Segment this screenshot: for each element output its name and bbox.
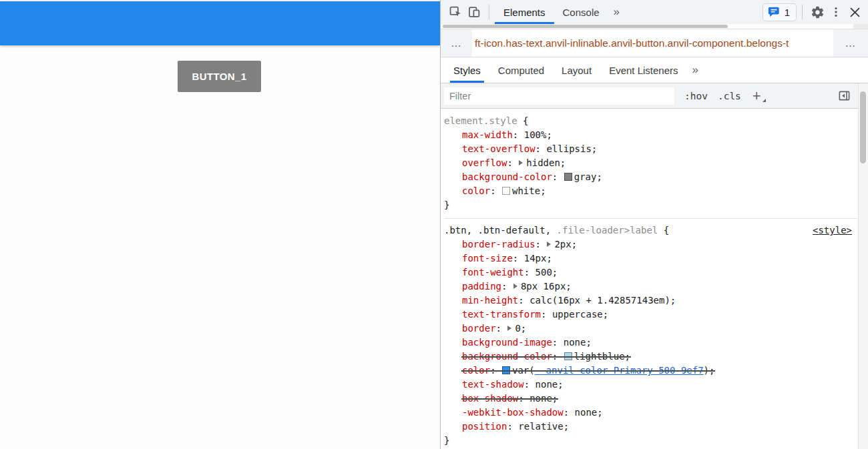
- css-declaration-font-weight[interactable]: font-weight: 500;: [444, 266, 857, 280]
- declaration-text: -webkit-box-shadow: none;: [462, 406, 603, 420]
- css-property-value[interactable]: 0;: [515, 323, 526, 334]
- issues-counter[interactable]: 1: [763, 3, 797, 21]
- css-property-value[interactable]: 14px;: [524, 253, 552, 264]
- color-swatch[interactable]: [564, 352, 572, 360]
- color-swatch[interactable]: [564, 173, 572, 181]
- css-property-name[interactable]: font-size: [462, 253, 513, 264]
- expand-shorthand-icon[interactable]: [547, 242, 551, 247]
- more-sidebar-tabs-chevron[interactable]: »: [687, 57, 704, 83]
- device-toolbar-icon[interactable]: [465, 3, 483, 21]
- css-declaration-box-shadow[interactable]: box-shadow: none;: [444, 392, 857, 406]
- css-property-name[interactable]: text-shadow: [462, 379, 524, 390]
- css-rule: .btn, .btn-default, .file-loader>label {…: [444, 218, 857, 449]
- breadcrumb-overflow-right[interactable]: …: [833, 29, 868, 57]
- element-classes-toggle[interactable]: .cls: [718, 91, 741, 101]
- more-panels-chevron[interactable]: »: [608, 5, 625, 19]
- css-declaration-border-radius[interactable]: border-radius: 2px;: [444, 238, 857, 252]
- css-property-name[interactable]: max-width: [462, 129, 513, 140]
- css-property-name[interactable]: text-overflow: [462, 143, 535, 154]
- expand-shorthand-icon[interactable]: [507, 326, 511, 331]
- toggle-sidebar-panel-icon[interactable]: [835, 87, 853, 105]
- css-declaration-border[interactable]: border: 0;: [444, 322, 857, 336]
- tab-event-listeners[interactable]: Event Listeners: [606, 57, 681, 83]
- css-property-name[interactable]: box-shadow: [462, 393, 518, 404]
- css-property-name[interactable]: background-color: [462, 351, 552, 362]
- css-declaration-color[interactable]: color: white;: [444, 184, 857, 198]
- expand-shorthand-icon[interactable]: [519, 160, 523, 165]
- css-declaration-font-size[interactable]: font-size: 14px;: [444, 252, 857, 266]
- css-property-name[interactable]: padding: [462, 281, 501, 292]
- toolbar-divider: [489, 5, 489, 19]
- css-property-value[interactable]: none;: [529, 393, 558, 404]
- close-devtools-icon[interactable]: [845, 3, 864, 21]
- css-declaration-padding[interactable]: padding: 8px 16px;: [444, 280, 857, 294]
- css-property-value[interactable]: 500;: [535, 267, 558, 278]
- tab-console[interactable]: Console: [554, 0, 608, 24]
- tab-layout[interactable]: Layout: [558, 57, 595, 83]
- css-declaration-max-width[interactable]: max-width: 100%;: [444, 128, 857, 142]
- expand-shorthand-icon[interactable]: [513, 284, 517, 289]
- css-declaration-background-color[interactable]: background-color: gray;: [444, 170, 857, 184]
- css-property-name[interactable]: color: [462, 185, 490, 196]
- declaration-text: background-image: none;: [462, 336, 592, 350]
- css-declaration-background-color[interactable]: background-color: lightblue;: [444, 350, 857, 364]
- css-property-value[interactable]: none;: [535, 379, 564, 390]
- css-property-value[interactable]: hidden;: [526, 157, 566, 168]
- css-declaration-color[interactable]: color: var(--anvil-color-Primary-500-9ef…: [444, 364, 857, 378]
- app-header: [0, 1, 440, 45]
- rule-selector[interactable]: .btn, .btn-default, .file-loader>label {…: [444, 223, 857, 238]
- css-property-name[interactable]: font-weight: [462, 267, 524, 278]
- stylesheet-origin-link[interactable]: <style>: [813, 223, 852, 238]
- color-swatch[interactable]: [502, 187, 510, 195]
- css-property-value[interactable]: 100%;: [524, 129, 552, 140]
- css-property-name[interactable]: text-transform: [462, 309, 541, 320]
- tab-computed[interactable]: Computed: [495, 57, 548, 83]
- css-property-name[interactable]: -webkit-box-shadow: [462, 407, 564, 418]
- css-property-value[interactable]: calc(16px + 1.42857143em);: [529, 295, 676, 306]
- css-declaration-position[interactable]: position: relative;: [444, 420, 857, 434]
- css-property-value[interactable]: gray;: [574, 171, 602, 182]
- inspect-element-icon[interactable]: [446, 3, 465, 21]
- css-property-value[interactable]: none;: [564, 337, 592, 348]
- css-declaration-text-shadow[interactable]: text-shadow: none;: [444, 378, 857, 392]
- color-swatch[interactable]: [502, 366, 510, 374]
- vertical-scrollbar-thumb[interactable]: [860, 91, 866, 163]
- css-declaration-min-height[interactable]: min-height: calc(16px + 1.42857143em);: [444, 294, 857, 308]
- css-declaration-overflow[interactable]: overflow: hidden;: [444, 156, 857, 170]
- css-declaration-text-transform[interactable]: text-transform: uppercase;: [444, 308, 857, 322]
- new-style-rule-button[interactable]: +: [752, 89, 761, 103]
- css-property-value[interactable]: uppercase;: [552, 309, 608, 320]
- css-property-name[interactable]: background-image: [462, 337, 552, 348]
- css-property-value[interactable]: 2px;: [554, 239, 577, 250]
- settings-gear-icon[interactable]: [808, 3, 827, 21]
- declaration-text: max-width: 100%;: [462, 128, 552, 142]
- styles-filter-input[interactable]: [444, 87, 674, 105]
- more-options-dots-icon[interactable]: [827, 3, 845, 21]
- css-property-value[interactable]: lightblue;: [574, 351, 630, 362]
- rule-selector[interactable]: element.style {: [444, 114, 857, 128]
- close-brace: }: [444, 198, 857, 212]
- breadcrumb-overflow-left[interactable]: …: [441, 29, 472, 57]
- css-declaration-text-overflow[interactable]: text-overflow: ellipsis;: [444, 142, 857, 156]
- css-property-value[interactable]: none;: [575, 407, 603, 418]
- css-property-value[interactable]: 8px 16px;: [521, 281, 572, 292]
- tab-elements[interactable]: Elements: [495, 0, 554, 24]
- css-property-name[interactable]: color: [462, 365, 490, 376]
- pseudo-state-toggle[interactable]: :hov: [684, 91, 708, 101]
- tab-styles[interactable]: Styles: [450, 57, 484, 83]
- css-declaration-background-image[interactable]: background-image: none;: [444, 336, 857, 350]
- breadcrumb-selected-node[interactable]: ft-icon.has-text.anvil-inlinable.anvil-b…: [472, 29, 833, 57]
- css-property-name[interactable]: background-color: [462, 171, 552, 182]
- css-property-name[interactable]: position: [462, 421, 507, 432]
- horizontal-scrollbar-thumb[interactable]: [443, 25, 728, 28]
- css-property-name[interactable]: min-height: [462, 295, 518, 306]
- css-property-name[interactable]: border-radius: [462, 239, 535, 250]
- css-property-value[interactable]: relative;: [518, 421, 569, 432]
- css-declaration-webkit-box-shadow[interactable]: -webkit-box-shadow: none;: [444, 406, 857, 420]
- css-variable-link[interactable]: --anvil-color-Primary-500-9ef7: [535, 365, 704, 376]
- button-1[interactable]: BUTTON_1: [178, 61, 261, 92]
- css-property-name[interactable]: overflow: [462, 157, 507, 168]
- css-property-name[interactable]: border: [462, 323, 496, 334]
- css-property-value[interactable]: ellipsis;: [546, 143, 597, 154]
- css-property-value[interactable]: white;: [512, 185, 546, 196]
